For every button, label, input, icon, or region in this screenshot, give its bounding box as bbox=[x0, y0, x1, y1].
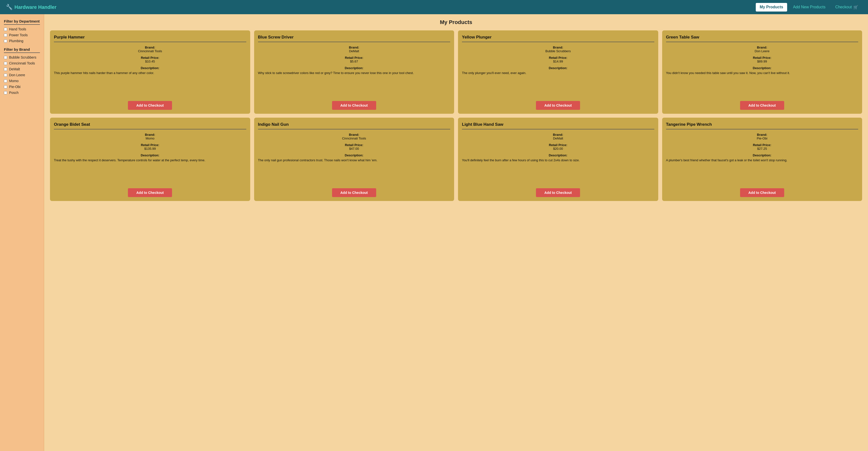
filter-don-leere[interactable]: Don Leere bbox=[4, 73, 40, 77]
product-price-value-yellow-plunger: $14.99 bbox=[462, 60, 654, 63]
filter-cinncinnati-tools-checkbox[interactable] bbox=[4, 62, 7, 65]
app-body: Filter by Department Hand Tools Power To… bbox=[0, 14, 868, 451]
nav-links: My Products Add New Products Checkout 🛒 bbox=[756, 3, 862, 11]
filter-pie-obi-checkbox[interactable] bbox=[4, 85, 7, 89]
product-brand-value-blue-screw-driver: DeMalt bbox=[258, 49, 451, 53]
add-to-checkout-btn-tangerine-pipe-wrench[interactable]: Add to Checkout bbox=[740, 188, 784, 197]
filter-momo[interactable]: Momo bbox=[4, 79, 40, 83]
filter-plumbing[interactable]: Plumbing bbox=[4, 39, 40, 43]
filter-cinncinnati-tools-label: Cinncinnati Tools bbox=[9, 61, 35, 65]
product-desc-text-light-blue-hand-saw: You'll definitely feel the burn after a … bbox=[462, 158, 654, 183]
product-brand-value-indigo-nail-gun: Cinncinnati Tools bbox=[258, 137, 451, 140]
nav-my-products[interactable]: My Products bbox=[756, 3, 787, 11]
add-to-checkout-btn-yellow-plunger[interactable]: Add to Checkout bbox=[536, 101, 580, 110]
product-brand-label-tangerine-pipe-wrench: Brand: bbox=[666, 133, 859, 137]
cart-icon: 🛒 bbox=[853, 5, 858, 9]
product-brand-value-light-blue-hand-saw: DeMalt bbox=[462, 137, 654, 140]
product-brand-field-green-table-saw: Brand: Don Leere bbox=[666, 46, 859, 55]
product-desc-text-indigo-nail-gun: The only nail gun profesional contractor… bbox=[258, 158, 451, 183]
add-to-checkout-btn-light-blue-hand-saw[interactable]: Add to Checkout bbox=[536, 188, 580, 197]
product-price-label-tangerine-pipe-wrench: Retail Price: bbox=[666, 143, 859, 147]
product-card-tangerine-pipe-wrench: Tangerine Pipe Wrench Brand: Pie-Obi Ret… bbox=[662, 118, 862, 201]
product-desc-label-purple-hammer: Description: bbox=[54, 66, 246, 70]
product-card-orange-bidet-seat: Orange Bidet Seat Brand: Momo Retail Pri… bbox=[50, 118, 250, 201]
product-price-value-purple-hammer: $10.45 bbox=[54, 60, 246, 63]
add-to-checkout-btn-indigo-nail-gun[interactable]: Add to Checkout bbox=[332, 188, 376, 197]
add-to-checkout-btn-blue-screw-driver[interactable]: Add to Checkout bbox=[332, 101, 376, 110]
filter-demalt-label: DeMalt bbox=[9, 67, 20, 71]
filter-cinncinnati-tools[interactable]: Cinncinnati Tools bbox=[4, 61, 40, 65]
product-brand-label-blue-screw-driver: Brand: bbox=[258, 46, 451, 49]
product-brand-label-indigo-nail-gun: Brand: bbox=[258, 133, 451, 137]
product-brand-label-orange-bidet-seat: Brand: bbox=[54, 133, 246, 137]
product-brand-label-green-table-saw: Brand: bbox=[666, 46, 859, 49]
filter-plumbing-checkbox[interactable] bbox=[4, 39, 7, 43]
main-content: My Products Purple Hammer Brand: Cinncin… bbox=[44, 14, 868, 451]
product-price-field-orange-bidet-seat: Retail Price: $135.99 bbox=[54, 143, 246, 152]
product-desc-label-light-blue-hand-saw: Description: bbox=[462, 153, 654, 157]
filter-bubble-scrubbers-checkbox[interactable] bbox=[4, 56, 7, 59]
filter-power-tools[interactable]: Power Tools bbox=[4, 33, 40, 37]
add-to-checkout-btn-green-table-saw[interactable]: Add to Checkout bbox=[740, 101, 784, 110]
product-price-value-tangerine-pipe-wrench: $27.25 bbox=[666, 147, 859, 150]
product-price-field-blue-screw-driver: Retail Price: $5.67 bbox=[258, 56, 451, 65]
product-price-value-green-table-saw: $89.99 bbox=[666, 60, 859, 63]
filter-don-leere-checkbox[interactable] bbox=[4, 73, 7, 77]
product-brand-value-tangerine-pipe-wrench: Pie-Obi bbox=[666, 137, 859, 140]
product-brand-label-light-blue-hand-saw: Brand: bbox=[462, 133, 654, 137]
product-desc-text-tangerine-pipe-wrench: A plumber's best friend whether that fau… bbox=[666, 158, 859, 183]
product-price-field-green-table-saw: Retail Price: $89.99 bbox=[666, 56, 859, 65]
product-price-label-orange-bidet-seat: Retail Price: bbox=[54, 143, 246, 147]
filter-momo-label: Momo bbox=[9, 79, 19, 83]
filter-hand-tools-checkbox[interactable] bbox=[4, 28, 7, 31]
product-title-light-blue-hand-saw: Light Blue Hand Saw bbox=[462, 122, 654, 129]
product-grid: Purple Hammer Brand: Cinncinnati Tools R… bbox=[50, 30, 862, 201]
product-desc-text-yellow-plunger: The only plunger you'll ever need, ever … bbox=[462, 71, 654, 96]
filter-don-leere-label: Don Leere bbox=[9, 73, 25, 77]
product-btn-row-indigo-nail-gun: Add to Checkout bbox=[258, 186, 451, 197]
brand-filter-section: Filter by Brand Bubble Scrubbers Cinncin… bbox=[4, 47, 40, 95]
product-brand-field-orange-bidet-seat: Brand: Momo bbox=[54, 133, 246, 142]
product-brand-field-indigo-nail-gun: Brand: Cinncinnati Tools bbox=[258, 133, 451, 142]
nav-checkout[interactable]: Checkout 🛒 bbox=[831, 3, 862, 11]
product-desc-label-blue-screw-driver: Description: bbox=[258, 66, 451, 70]
product-brand-field-purple-hammer: Brand: Cinncinnati Tools bbox=[54, 46, 246, 55]
product-btn-row-light-blue-hand-saw: Add to Checkout bbox=[462, 186, 654, 197]
product-desc-label-yellow-plunger: Description: bbox=[462, 66, 654, 70]
product-title-indigo-nail-gun: Indigo Nail Gun bbox=[258, 122, 451, 129]
product-brand-label-purple-hammer: Brand: bbox=[54, 46, 246, 49]
product-desc-text-green-table-saw: You didn't know you needed this table sa… bbox=[666, 71, 859, 96]
filter-posch-label: Posch bbox=[9, 91, 19, 95]
product-price-label-light-blue-hand-saw: Retail Price: bbox=[462, 143, 654, 147]
product-title-blue-screw-driver: Blue Screw Driver bbox=[258, 35, 451, 42]
filter-posch[interactable]: Posch bbox=[4, 91, 40, 95]
product-price-field-tangerine-pipe-wrench: Retail Price: $27.25 bbox=[666, 143, 859, 152]
product-price-value-indigo-nail-gun: $47.00 bbox=[258, 147, 451, 150]
product-title-green-table-saw: Green Table Saw bbox=[666, 35, 859, 42]
brand-name: Hardware Handler bbox=[14, 4, 56, 10]
filter-plumbing-label: Plumbing bbox=[9, 39, 23, 43]
product-price-value-orange-bidet-seat: $135.99 bbox=[54, 147, 246, 150]
product-price-field-yellow-plunger: Retail Price: $14.99 bbox=[462, 56, 654, 65]
product-brand-field-light-blue-hand-saw: Brand: DeMalt bbox=[462, 133, 654, 142]
filter-posch-checkbox[interactable] bbox=[4, 91, 7, 94]
brand-icon: 🔧 bbox=[6, 4, 12, 10]
add-to-checkout-btn-orange-bidet-seat[interactable]: Add to Checkout bbox=[128, 188, 172, 197]
product-price-field-purple-hammer: Retail Price: $10.45 bbox=[54, 56, 246, 65]
product-price-field-light-blue-hand-saw: Retail Price: $20.00 bbox=[462, 143, 654, 152]
filter-momo-checkbox[interactable] bbox=[4, 80, 7, 83]
filter-demalt[interactable]: DeMalt bbox=[4, 67, 40, 71]
filter-power-tools-checkbox[interactable] bbox=[4, 34, 7, 37]
nav-add-new-products[interactable]: Add New Products bbox=[789, 3, 830, 11]
product-card-purple-hammer: Purple Hammer Brand: Cinncinnati Tools R… bbox=[50, 30, 250, 114]
filter-bubble-scrubbers[interactable]: Bubble Scrubbers bbox=[4, 55, 40, 59]
product-desc-text-purple-hammer: This purple hammer hits nails harder tha… bbox=[54, 71, 246, 96]
filter-pie-obi[interactable]: Pie-Obi bbox=[4, 85, 40, 89]
product-brand-value-green-table-saw: Don Leere bbox=[666, 49, 859, 53]
product-price-label-yellow-plunger: Retail Price: bbox=[462, 56, 654, 60]
filter-demalt-checkbox[interactable] bbox=[4, 68, 7, 71]
product-desc-text-orange-bidet-seat: Treat the tushy with the respect it dese… bbox=[54, 158, 246, 183]
add-to-checkout-btn-purple-hammer[interactable]: Add to Checkout bbox=[128, 101, 172, 110]
filter-hand-tools[interactable]: Hand Tools bbox=[4, 27, 40, 31]
product-card-indigo-nail-gun: Indigo Nail Gun Brand: Cinncinnati Tools… bbox=[254, 118, 454, 201]
